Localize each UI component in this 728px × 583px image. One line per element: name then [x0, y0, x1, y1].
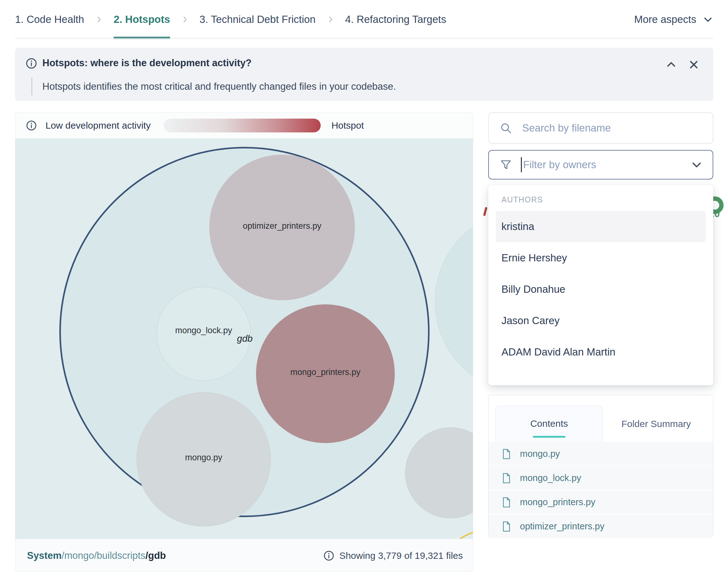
tab-folder-summary[interactable]: Folder Summary [609, 406, 703, 442]
file-icon [502, 497, 511, 508]
filter-owners-input[interactable] [522, 158, 662, 171]
author-option-adam-david-alan-martin[interactable]: ADAM David Alan Martin [496, 336, 706, 368]
active-tab-underline [533, 436, 566, 438]
search-input[interactable] [522, 122, 686, 134]
filename-search [488, 112, 713, 144]
author-option-jason-carey[interactable]: Jason Carey [496, 305, 706, 336]
author-option-billy-donahue[interactable]: Billy Donahue [496, 274, 706, 305]
activity-legend: Low development activity Hotspot [16, 113, 473, 138]
more-aspects-button[interactable]: More aspects [634, 14, 713, 25]
author-option-kristina[interactable]: kristina [496, 211, 706, 242]
nav-item-refactoring-targets[interactable]: 4. Refactoring Targets [345, 0, 446, 39]
chevron-right-icon [326, 15, 335, 25]
file-row-mongo-printers[interactable]: mongo_printers.py [489, 491, 713, 514]
nav-item-code-health[interactable]: 1. Code Health [15, 0, 84, 39]
tab-contents[interactable]: Contents [495, 406, 603, 442]
banner-title: Hotspots: where is the development activ… [42, 55, 252, 72]
hotspot-score-fragment [483, 207, 488, 216]
adjacent-folder-circle[interactable] [435, 209, 473, 394]
bubble-label-mongo-printers: mongo_printers.py [290, 367, 361, 377]
hotspot-map-panel: optimizer_printers.py mongo_lock.py gdb … [15, 112, 473, 572]
folder-label-gdb: gdb [237, 333, 253, 344]
file-list: mongo.py mongo_lock.py mongo_printers.py… [489, 442, 713, 536]
chevron-down-icon[interactable] [691, 159, 703, 171]
file-row-mongo-lock[interactable]: mongo_lock.py [489, 466, 713, 491]
path-root[interactable]: System [27, 550, 61, 561]
chevron-down-icon [703, 14, 713, 25]
file-icon [502, 521, 511, 532]
text-caret [521, 157, 522, 172]
file-icon [502, 449, 511, 459]
adjacent-file-circle[interactable] [405, 427, 473, 519]
path-mid[interactable]: /mongo/buildscripts [61, 550, 145, 561]
close-banner-button[interactable] [687, 58, 700, 71]
breadcrumb: System/mongo/buildscripts/gdb [27, 550, 166, 561]
chart-footer: System/mongo/buildscripts/gdb Showing 3,… [16, 539, 473, 572]
nav-item-tech-debt-friction[interactable]: 3. Technical Debt Friction [200, 0, 316, 39]
path-leaf: /gdb [145, 550, 166, 561]
bubble-label-optimizer-printers: optimizer_printers.py [243, 221, 322, 231]
info-icon[interactable] [26, 120, 37, 131]
nav-item-hotspots[interactable]: 2. Hotspots [113, 0, 170, 39]
legend-hotspot-label: Hotspot [331, 120, 364, 131]
activity-gradient [164, 118, 321, 132]
hotspots-info-banner: Hotspots: where is the development activ… [15, 48, 713, 101]
banner-divider [31, 78, 32, 96]
folder-contents-card: Contents Folder Summary mongo.py mongo_l… [488, 395, 713, 536]
owners-dropdown: AUTHORS kristina Ernie Hershey Billy Don… [488, 185, 713, 385]
owner-filter [488, 150, 713, 180]
files-shown-status: Showing 3,779 of 19,321 files [339, 550, 463, 561]
chevron-right-icon [95, 15, 103, 25]
collapse-banner-button[interactable] [666, 59, 677, 70]
chevron-right-icon [181, 15, 189, 25]
aspect-nav: 1. Code Health 2. Hotspots 3. Technical … [15, 0, 713, 39]
bubble-label-mongo: mongo.py [185, 453, 223, 462]
filter-funnel-icon [499, 158, 512, 171]
info-icon [323, 550, 334, 561]
banner-description: Hotspots identifies the most critical an… [42, 78, 396, 96]
authors-group-label: AUTHORS [501, 195, 543, 204]
file-icon [502, 473, 511, 483]
info-icon [26, 58, 37, 69]
legend-low-label: Low development activity [46, 120, 151, 131]
page: 1. Code Health 2. Hotspots 3. Technical … [0, 0, 728, 583]
nav-divider [15, 38, 713, 38]
file-row-optimizer-printers[interactable]: optimizer_printers.py [489, 514, 713, 538]
file-row-mongo[interactable]: mongo.py [489, 442, 713, 466]
search-icon [499, 122, 512, 134]
author-option-ernie-hershey[interactable]: Ernie Hershey [496, 242, 706, 274]
bubble-label-mongo-lock: mongo_lock.py [175, 326, 232, 336]
